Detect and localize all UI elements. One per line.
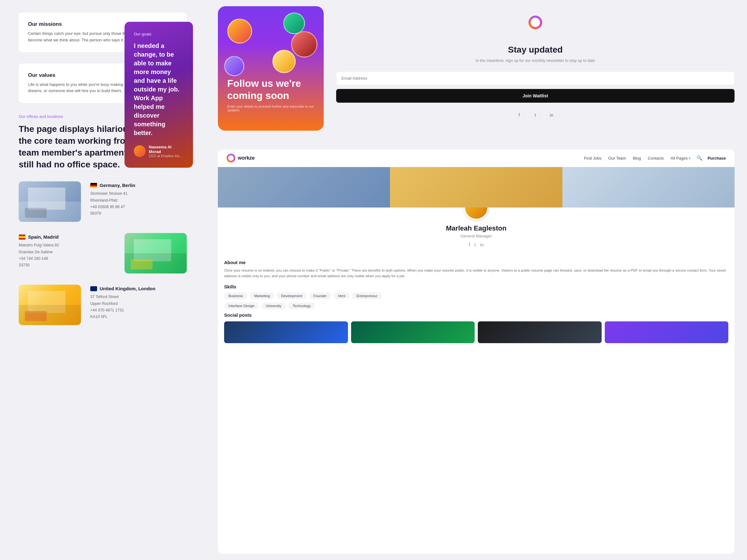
avatar-1: [227, 19, 252, 44]
su-logo-inner: [531, 18, 540, 27]
linkedin-icon[interactable]: in: [546, 110, 557, 120]
office-info-1: Germany, Berlin Storkower Strasse 41 Rhe…: [90, 181, 135, 217]
coming-soon-card: Follow us we're coming soon Enter your d…: [218, 6, 324, 131]
nav-our-team[interactable]: Our Team: [608, 156, 626, 161]
workze-card: workze Find Jobs Our Team Blog Contacts …: [218, 149, 735, 554]
workze-logo-icon: [227, 154, 235, 162]
goals-quote: I needed a change, to be able to make mo…: [134, 42, 184, 137]
skills-tags: Business Marketing Development Founder H…: [224, 292, 728, 299]
workze-logo-inner: [228, 155, 234, 161]
office-image-3: [19, 285, 81, 325]
nav-actions: 🔍 Purchase: [697, 155, 726, 161]
skill-technology[interactable]: Technology: [288, 302, 315, 309]
skill-development[interactable]: Development: [277, 292, 307, 299]
avatar-5: [272, 50, 296, 73]
goals-author: Naseema Al Morad CEO at Dropbox Inc...: [134, 145, 184, 158]
flag-es: [19, 235, 26, 240]
social-post-1[interactable]: [224, 321, 348, 343]
stay-updated-box: Stay updated In the meantime, sign up fo…: [336, 6, 735, 140]
avatar-4: [224, 56, 244, 76]
nav-all-pages[interactable]: All Pages ▾: [671, 156, 691, 161]
social-posts-title: Social posts: [224, 312, 728, 318]
office-image-2: [125, 233, 187, 273]
top-section: Follow us we're coming soon Enter your d…: [218, 6, 735, 140]
office-info-3: United Kingdom, London 37 Telford Street…: [90, 285, 155, 320]
coming-soon-headline: Follow us we're coming soon: [227, 77, 317, 101]
about-section: About me Once your resume is on Indeed, …: [218, 260, 735, 309]
chevron-down-icon: ▾: [689, 157, 690, 160]
skill-university[interactable]: University: [261, 302, 286, 309]
office-item-3: United Kingdom, London 37 Telford Street…: [19, 285, 187, 325]
author-avatar: [134, 145, 146, 157]
profile-area: Marleah Eagleston General Manager f t in: [218, 208, 735, 260]
author-title: CEO at Dropbox Inc...: [149, 154, 184, 158]
join-waitlist-button[interactable]: Join Waitlist: [336, 89, 735, 103]
twitter-icon[interactable]: t: [531, 110, 540, 120]
flag-uk: [90, 286, 97, 291]
social-post-4[interactable]: [605, 321, 729, 343]
avatar-3: [291, 31, 317, 58]
hero-mid: [390, 167, 562, 208]
workze-logo-text: workze: [238, 155, 255, 161]
skills-title: Skills: [224, 284, 728, 289]
su-logo: [529, 16, 542, 29]
profile-linkedin-icon[interactable]: in: [480, 242, 484, 247]
skill-interface-design[interactable]: Interface Design: [224, 302, 259, 309]
social-posts-section: Social posts: [218, 312, 735, 343]
office-country-1: Germany, Berlin: [90, 183, 135, 188]
coming-soon-text: Follow us we're coming soon Enter your d…: [227, 77, 317, 112]
nav-blog[interactable]: Blog: [633, 156, 641, 161]
nav-links: Find Jobs Our Team Blog Contacts All Pag…: [584, 156, 690, 161]
skill-html[interactable]: Html: [334, 292, 350, 299]
office-info-2: Spain, Madrid Maestro Puig Valera 82 Gra…: [19, 233, 59, 268]
author-name: Naseema Al Morad: [149, 145, 184, 154]
facebook-icon[interactable]: f: [514, 110, 524, 120]
office-address-2: Maestro Puig Valera 82 Grandas De Salime…: [19, 242, 59, 268]
skill-business[interactable]: Business: [224, 292, 248, 299]
hero-right: [562, 167, 735, 208]
social-post-2[interactable]: [351, 321, 475, 343]
purchase-button[interactable]: Purchase: [707, 156, 726, 161]
office-item-2: Spain, Madrid Maestro Puig Valera 82 Gra…: [19, 233, 187, 273]
cards-row: Our missions Certain things catch your e…: [19, 12, 187, 109]
nav-contacts[interactable]: Contacts: [648, 156, 664, 161]
office-country-3: United Kingdom, London: [90, 286, 155, 291]
email-input[interactable]: [336, 71, 735, 85]
office-address-3: 37 Telford Street Upper Rochford +44 070…: [90, 294, 155, 320]
office-item-1: Germany, Berlin Storkower Strasse 41 Rhe…: [19, 181, 187, 222]
stay-updated-title: Stay updated: [336, 45, 735, 55]
social-post-3[interactable]: [478, 321, 602, 343]
office-address-1: Storkower Strasse 41 Rheinland-Pfalz +49…: [90, 190, 135, 217]
office-country-2: Spain, Madrid: [19, 234, 59, 240]
profile-social: f t in: [469, 242, 484, 247]
social-links: f t in: [336, 110, 735, 120]
workze-logo[interactable]: workze: [227, 154, 255, 162]
about-text: Once your resume is on Indeed, you can c…: [224, 268, 728, 279]
workze-navbar: workze Find Jobs Our Team Blog Contacts …: [218, 149, 735, 167]
skills-tags-2: Interface Design University Technology: [224, 302, 728, 309]
profile-twitter-icon[interactable]: t: [474, 242, 475, 247]
profile-hero: [218, 167, 735, 208]
coming-soon-subtext: Enter your details to proceed further an…: [227, 105, 317, 112]
skill-marketing[interactable]: Marketing: [250, 292, 275, 299]
about-title: About me: [224, 260, 728, 265]
hero-left: [218, 167, 390, 208]
profile-role: General Manager: [460, 234, 492, 238]
stay-updated-desc: In the meantime, sign up for our monthly…: [336, 58, 735, 64]
skill-founder[interactable]: Founder: [309, 292, 331, 299]
avatars-area: [218, 6, 324, 131]
profile-facebook-icon[interactable]: f: [469, 242, 470, 247]
skill-entrepreneur[interactable]: Entrepreneur: [352, 292, 382, 299]
left-panel: Our missions Certain things catch your e…: [0, 0, 205, 560]
social-posts-grid: [224, 321, 728, 343]
profile-name: Marleah Eagleston: [446, 224, 507, 232]
avatar-2: [283, 12, 305, 34]
goals-card: Our goals I needed a change, to be able …: [125, 22, 193, 168]
nav-find-jobs[interactable]: Find Jobs: [584, 156, 601, 161]
flag-de: [90, 183, 97, 188]
office-image-1: [19, 181, 81, 222]
right-panel: Follow us we're coming soon Enter your d…: [205, 0, 747, 560]
goals-label: Our goals: [134, 32, 184, 36]
author-info: Naseema Al Morad CEO at Dropbox Inc...: [149, 145, 184, 158]
search-icon[interactable]: 🔍: [697, 155, 702, 161]
